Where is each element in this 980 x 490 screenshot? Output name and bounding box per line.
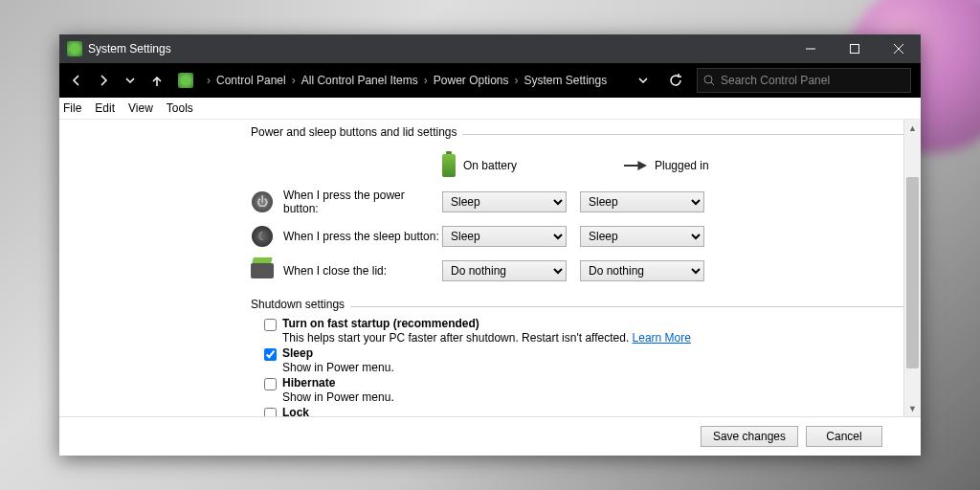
row-close-lid: When I close the lid: Do nothing Do noth…: [251, 254, 921, 288]
crumb-power-options[interactable]: Power Options: [434, 74, 509, 87]
search-icon: [703, 75, 715, 86]
combo-sleep-battery[interactable]: Sleep: [442, 226, 567, 247]
battery-icon: [442, 154, 456, 177]
label-sleep: Sleep: [282, 346, 313, 360]
desc-hibernate: Show in Power menu.: [282, 390, 921, 404]
label-sleep-button: When I press the sleep button:: [283, 230, 442, 243]
check-fast-startup[interactable]: [264, 319, 277, 331]
recent-dropdown[interactable]: [119, 69, 142, 92]
system-settings-window: System Settings Control Panel All Contro…: [59, 34, 921, 456]
window-title: System Settings: [88, 42, 171, 56]
group-shutdown: Shutdown settings Turn on fast startup (…: [251, 298, 921, 416]
label-fast-startup: Turn on fast startup (recommended): [282, 317, 479, 330]
col-plugged-in: Plugged in: [655, 159, 709, 172]
combo-sleep-plugged[interactable]: Sleep: [580, 226, 704, 247]
crumb-system-settings[interactable]: System Settings: [523, 74, 607, 87]
label-close-lid: When I close the lid:: [283, 264, 442, 278]
combo-lid-plugged[interactable]: Do nothing: [580, 260, 704, 281]
address-bar: Control Panel All Control Panel Items Po…: [59, 63, 921, 98]
crumb-all-items[interactable]: All Control Panel Items: [301, 74, 418, 87]
close-button[interactable]: [877, 34, 921, 63]
titlebar: System Settings: [59, 34, 921, 63]
group-title-power-sleep: Power and sleep buttons and lid settings: [251, 125, 457, 139]
up-button[interactable]: [145, 69, 168, 92]
search-placeholder: Search Control Panel: [721, 74, 830, 87]
vertical-scrollbar[interactable]: ▲ ▼: [903, 120, 921, 416]
label-power-button: When I press the power button:: [283, 189, 442, 215]
desc-sleep: Show in Power menu.: [282, 361, 921, 374]
address-dropdown[interactable]: [632, 69, 655, 92]
link-learn-more[interactable]: Learn More: [633, 331, 691, 345]
refresh-button[interactable]: [664, 69, 687, 92]
check-hibernate[interactable]: [264, 378, 277, 390]
menu-edit[interactable]: Edit: [95, 101, 115, 115]
scroll-down-icon[interactable]: ▼: [904, 400, 921, 416]
footer: Save changes Cancel: [59, 416, 921, 456]
app-icon: [67, 41, 82, 56]
label-hibernate: Hibernate: [282, 376, 335, 390]
svg-rect-1: [851, 45, 859, 54]
check-sleep[interactable]: [264, 348, 277, 361]
group-title-shutdown: Shutdown settings: [251, 298, 345, 311]
save-changes-button[interactable]: Save changes: [701, 426, 798, 447]
back-button[interactable]: [65, 69, 88, 92]
label-lock: Lock: [282, 406, 309, 416]
group-power-sleep: Power and sleep buttons and lid settings…: [251, 125, 921, 288]
maximize-button[interactable]: [833, 34, 877, 63]
location-icon: [178, 73, 193, 88]
forward-button[interactable]: [92, 69, 115, 92]
check-lock[interactable]: [264, 408, 277, 416]
scroll-thumb[interactable]: [906, 177, 919, 368]
combo-power-plugged[interactable]: Sleep: [580, 191, 704, 212]
svg-line-6: [711, 82, 714, 85]
menu-file[interactable]: File: [63, 101, 81, 115]
svg-point-5: [704, 76, 712, 83]
search-input[interactable]: Search Control Panel: [697, 68, 911, 93]
menu-view[interactable]: View: [128, 101, 153, 115]
desc-fast-startup: This helps start your PC faster after sh…: [282, 331, 633, 345]
combo-lid-battery[interactable]: Do nothing: [442, 260, 567, 281]
menu-tools[interactable]: Tools: [167, 101, 193, 115]
row-sleep-button: When I press the sleep button: Sleep Sle…: [251, 219, 921, 254]
cancel-button[interactable]: Cancel: [806, 426, 882, 447]
content-area: Power and sleep buttons and lid settings…: [59, 120, 921, 416]
lid-icon: [251, 263, 274, 278]
scroll-up-icon[interactable]: ▲: [904, 120, 921, 136]
plug-icon: [624, 161, 647, 170]
breadcrumb[interactable]: Control Panel All Control Panel Items Po…: [201, 74, 628, 87]
col-on-battery: On battery: [463, 159, 517, 172]
minimize-button[interactable]: [789, 34, 833, 63]
menu-bar: File Edit View Tools: [59, 98, 921, 120]
row-power-button: When I press the power button: Sleep Sle…: [251, 185, 921, 219]
combo-power-battery[interactable]: Sleep: [442, 191, 567, 212]
crumb-control-panel[interactable]: Control Panel: [216, 74, 286, 87]
sleep-button-icon: [252, 226, 273, 247]
power-button-icon: [252, 191, 273, 212]
